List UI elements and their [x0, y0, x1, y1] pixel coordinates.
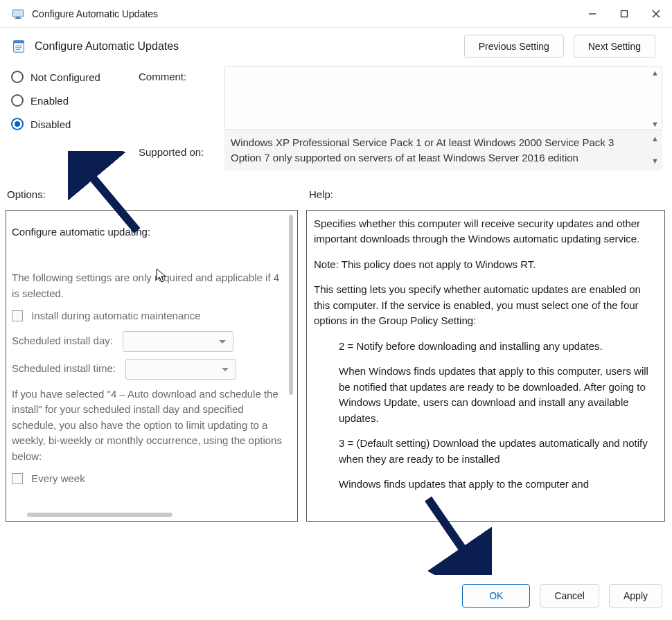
help-paragraph: 2 = Notify before downloading and instal…	[314, 339, 649, 355]
close-button[interactable]	[640, 0, 672, 28]
help-label: Help:	[309, 188, 662, 200]
radio-icon	[11, 71, 24, 83]
scroll-down-icon[interactable]: ▼	[651, 120, 659, 128]
apply-button[interactable]: Apply	[609, 584, 662, 608]
scheduled-install-day-row: Scheduled install day:	[12, 331, 285, 352]
scheduled-day-label: Scheduled install day:	[12, 334, 113, 346]
policy-header: Configure Automatic Updates Previous Set…	[0, 28, 672, 67]
previous-setting-button[interactable]: Previous Setting	[464, 35, 564, 58]
options-horizontal-scrollbar[interactable]	[27, 513, 263, 517]
policy-title: Configure Automatic Updates	[35, 40, 456, 53]
checkbox-icon	[12, 310, 23, 321]
radio-icon	[11, 118, 24, 130]
comment-label: Comment:	[139, 67, 222, 82]
every-week-checkbox[interactable]: Every week	[12, 471, 285, 487]
state-radio-group: Not Configured Enabled Disabled	[11, 67, 136, 130]
gpedit-icon	[11, 7, 25, 21]
next-setting-button[interactable]: Next Setting	[574, 35, 655, 58]
radio-disabled[interactable]: Disabled	[11, 118, 136, 130]
svg-rect-4	[621, 10, 628, 17]
schedule-note: If you have selected "4 – Auto download …	[12, 387, 285, 465]
help-paragraph: Windows finds updates that apply to the …	[314, 477, 649, 493]
radio-enabled[interactable]: Enabled	[11, 94, 136, 107]
scroll-up-icon[interactable]: ▲	[651, 134, 659, 145]
radio-label: Enabled	[30, 95, 69, 107]
window-title: Configure Automatic Updates	[32, 8, 576, 19]
radio-icon	[11, 94, 24, 107]
titlebar: Configure Automatic Updates	[0, 0, 672, 28]
options-pane: Configure automatic updating: The follow…	[6, 210, 298, 522]
scheduled-time-label: Scheduled install time:	[12, 362, 116, 373]
help-paragraph: This setting lets you specify whether au…	[314, 282, 649, 329]
options-label: Options:	[7, 188, 309, 200]
install-during-maintenance-checkbox[interactable]: Install during automatic maintenance	[12, 308, 285, 324]
help-pane: Specifies whether this computer will rec…	[306, 210, 665, 522]
scrollbar-thumb[interactable]	[27, 513, 173, 517]
svg-rect-0	[13, 10, 24, 17]
svg-rect-2	[15, 17, 21, 18]
checkbox-label: Every week	[31, 472, 85, 484]
scroll-down-icon[interactable]: ▼	[651, 156, 659, 167]
options-required-note: The following settings are only required…	[12, 270, 285, 301]
supported-on-label: Supported on:	[139, 142, 222, 158]
policy-icon	[11, 39, 26, 54]
configure-updating-label: Configure automatic updating:	[12, 224, 285, 240]
ok-button[interactable]: OK	[462, 584, 530, 608]
radio-not-configured[interactable]: Not Configured	[11, 71, 136, 83]
help-paragraph: When Windows finds updates that apply to…	[314, 364, 649, 426]
radio-label: Not Configured	[30, 71, 100, 83]
svg-rect-1	[17, 17, 20, 18]
help-paragraph: Note: This policy does not apply to Wind…	[314, 257, 649, 273]
checkbox-label: Install during automatic maintenance	[31, 310, 200, 321]
checkbox-icon	[12, 473, 23, 484]
help-paragraph: Specifies whether this computer will rec…	[314, 216, 649, 247]
cancel-button[interactable]: Cancel	[540, 584, 599, 608]
supported-on-value: Windows XP Professional Service Pack 1 o…	[231, 136, 614, 163]
comment-textarea[interactable]: ▲ ▼	[224, 67, 662, 130]
supported-on-text: Windows XP Professional Service Pack 1 o…	[224, 130, 662, 170]
svg-rect-8	[14, 41, 24, 44]
dialog-footer: OK Cancel Apply	[462, 584, 662, 608]
radio-label: Disabled	[30, 118, 71, 130]
maximize-button[interactable]	[608, 0, 640, 28]
scheduled-install-time-row: Scheduled install time:	[12, 359, 285, 380]
options-vertical-scrollbar[interactable]	[289, 215, 293, 513]
scheduled-day-dropdown[interactable]	[123, 331, 233, 352]
help-paragraph: 3 = (Default setting) Download the updat…	[314, 436, 649, 467]
scrollbar-thumb[interactable]	[289, 215, 293, 395]
scheduled-time-dropdown[interactable]	[125, 359, 236, 380]
minimize-button[interactable]	[576, 0, 608, 28]
scroll-up-icon[interactable]: ▲	[651, 69, 659, 77]
